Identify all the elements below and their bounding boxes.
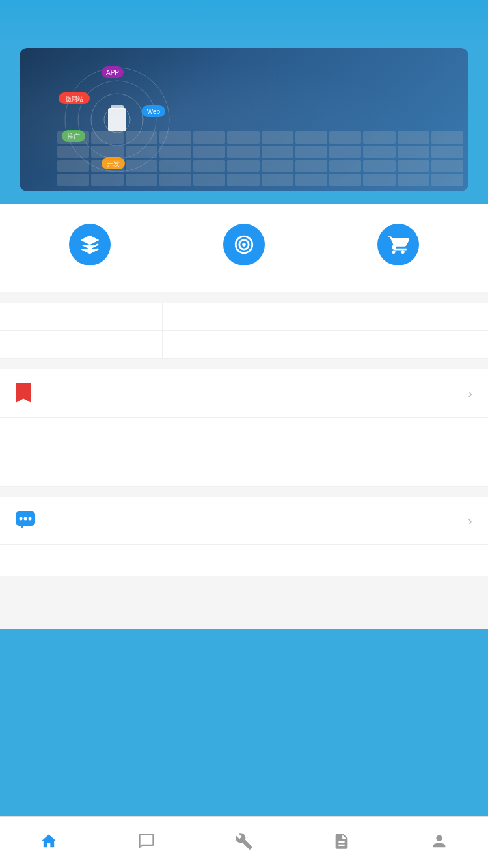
nav-mine[interactable] — [390, 832, 488, 854]
svg-text:微网站: 微网站 — [66, 96, 83, 102]
page-header — [0, 0, 488, 48]
stat-0 — [0, 303, 163, 331]
target-icon — [233, 234, 255, 256]
project-item-0[interactable] — [0, 418, 488, 452]
forum-section: › — [0, 497, 488, 576]
forum-item-0[interactable] — [0, 545, 488, 576]
project-more-button[interactable]: › — [465, 386, 472, 401]
action-cart[interactable] — [377, 224, 419, 272]
bottom-nav — [0, 816, 488, 868]
mine-icon — [429, 832, 449, 851]
stat-3 — [0, 331, 163, 359]
stat-2 — [325, 303, 488, 331]
svg-marker-20 — [20, 524, 25, 528]
project-more-arrow: › — [468, 386, 472, 401]
project-section-header: › — [0, 369, 488, 418]
cart-icon — [387, 234, 409, 256]
action-buy-material[interactable] — [223, 224, 265, 272]
keyboard-decoration: const kk = document.querySelector('.keyb… — [52, 126, 468, 191]
bookmark-icon — [16, 383, 31, 403]
nav-order[interactable] — [293, 832, 390, 854]
project-item-1[interactable] — [0, 452, 488, 487]
svg-text:Web: Web — [147, 108, 161, 115]
project-section: › — [0, 369, 488, 487]
stat-1 — [163, 303, 325, 331]
order-icon — [332, 832, 351, 851]
cart-icon-circle — [377, 224, 419, 265]
banner[interactable]: APP Web 微网站 推广 开发 const kk = document.qu… — [20, 48, 468, 191]
forum-section-header: › — [0, 497, 488, 545]
action-buy-raw[interactable] — [69, 224, 111, 272]
layers-icon — [79, 234, 101, 256]
stat-5 — [325, 331, 488, 359]
project-info-0 — [16, 432, 462, 437]
project-info-1 — [16, 467, 462, 472]
svg-text:APP: APP — [106, 69, 119, 76]
nav-home[interactable] — [0, 832, 98, 854]
quick-actions — [0, 204, 488, 292]
main-card: › — [0, 204, 488, 629]
svg-rect-5 — [111, 105, 124, 109]
chat-icon — [16, 511, 36, 530]
svg-point-19 — [29, 517, 32, 521]
svg-point-17 — [20, 517, 23, 521]
forum-title-wrap — [16, 511, 44, 530]
home-icon — [39, 832, 59, 851]
buy-raw-icon-circle — [69, 224, 111, 265]
stats-grid — [0, 303, 488, 359]
buy-material-icon-circle — [223, 224, 265, 265]
repair-icon — [234, 832, 254, 851]
nav-repair[interactable] — [195, 832, 293, 854]
svg-point-18 — [24, 517, 27, 521]
project-title-wrap — [16, 383, 39, 403]
forum-nav-icon — [137, 832, 156, 851]
forum-more-arrow: › — [468, 513, 472, 528]
forum-more-button[interactable]: › — [465, 513, 472, 528]
stat-4 — [163, 331, 325, 359]
nav-forum[interactable] — [98, 832, 195, 854]
